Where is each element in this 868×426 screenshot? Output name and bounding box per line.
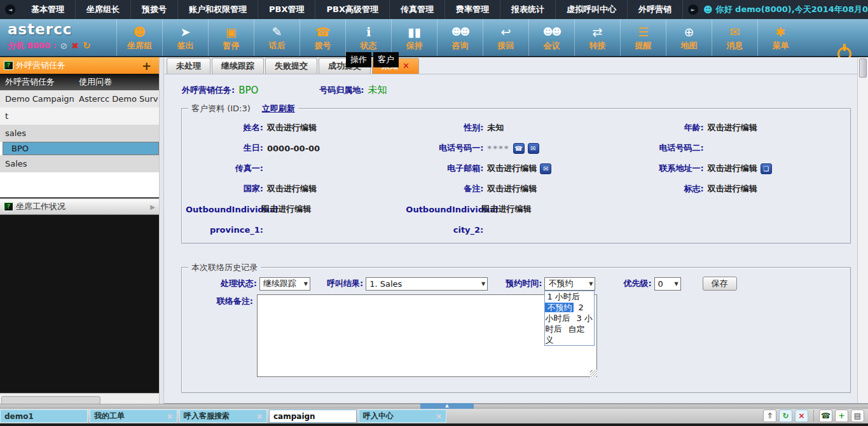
phone-tray-icon[interactable]: ☎	[819, 409, 832, 422]
menu-item-pbx-mgmt[interactable]: PBX管理	[258, 0, 315, 19]
campaign-row-demo-campaign[interactable]: Demo Campaign Astercc Demo Surv	[0, 90, 159, 107]
expand-right-icon[interactable]: ►	[688, 4, 698, 15]
toolbar-button-consult[interactable]: ☻☻ 咨询	[437, 19, 483, 56]
field-city2[interactable]: city_2:	[406, 225, 626, 235]
schedule-option-1h[interactable]: 1 小时后	[545, 292, 581, 301]
tab-follow-up[interactable]: 继续跟踪	[212, 58, 264, 74]
field-name[interactable]: 姓名: 双击进行编辑	[186, 122, 406, 134]
schedule-select[interactable]: 不预约 ▼ 1 小时后 不预约 2 小时后 3 小时后 自定义	[544, 277, 595, 291]
close-icon[interactable]: ×	[256, 412, 263, 421]
send-email-icon[interactable]: ✉	[540, 163, 551, 174]
collapse-left-icon[interactable]: ◄	[5, 4, 15, 15]
field-age[interactable]: 年龄: 双击进行编辑	[626, 122, 846, 134]
taskbar-tab-campaign-active[interactable]: campaign	[269, 409, 357, 423]
taskbar-tab-inbound-search[interactable]: 呼入客服搜索 ×	[179, 409, 267, 423]
field-outbound-individual-2[interactable]: OutboundIndividual 双击进行编辑	[406, 203, 626, 215]
add-tray-button[interactable]: +	[835, 409, 848, 422]
toolbar-button-status[interactable]: ℹ 状态	[345, 19, 391, 56]
field-province1[interactable]: province_1:	[186, 225, 406, 235]
close-all-button[interactable]: ×	[795, 409, 808, 422]
toolbar-button-after-call[interactable]: ✎ 话后	[254, 19, 300, 56]
field-address1[interactable]: 联系地址一: 双击进行编辑 ❏	[626, 163, 846, 174]
refresh-button[interactable]: ↻	[779, 409, 792, 422]
field-outbound-individual-1[interactable]: OutboundIndividual 双击进行编辑	[186, 203, 406, 215]
phone-sms-icon[interactable]: ✉	[528, 143, 539, 154]
menu-item-report-stats[interactable]: 报表统计	[500, 0, 556, 19]
menu-item-rate-mgmt[interactable]: 费率管理	[445, 0, 500, 19]
scrollbar-thumb[interactable]	[859, 58, 867, 78]
call-result-select[interactable]: 1. Sales ▼	[366, 277, 488, 291]
menu-item-fax-mgmt[interactable]: 传真管理	[390, 0, 445, 19]
hover-tooltip: 操作 客户	[346, 52, 399, 67]
toolbar-button-menu[interactable]: ✱ 菜单	[757, 19, 803, 56]
toolbar-button-transfer[interactable]: ⇄ 转接	[574, 19, 620, 56]
campaign-row-t[interactable]: t	[0, 107, 159, 125]
refresh-now-link[interactable]: 立即刷新	[262, 103, 295, 114]
field-flag[interactable]: 标志: 双击进行编辑	[626, 183, 846, 195]
schedule-option-none-selected[interactable]: 不预约	[545, 303, 574, 312]
toolbar-button-message[interactable]: ✉ 消息	[712, 19, 757, 56]
bottom-black-bar	[0, 423, 868, 426]
menu-item-agent-leader[interactable]: 坐席组长	[76, 0, 131, 19]
campaign-value: BPO	[238, 85, 258, 96]
menu-item-virtual-callcenter[interactable]: 虚拟呼叫中心	[556, 0, 628, 19]
field-phone1[interactable]: 电话号码一: **** ☎ ✉	[406, 142, 626, 154]
refresh-status-icon[interactable]: ↻	[83, 40, 91, 52]
menu-item-basic-mgmt[interactable]: 基本管理	[20, 0, 76, 19]
field-remark[interactable]: 备注: 双击进行编辑	[406, 183, 626, 195]
field-country[interactable]: 国家: 双击进行编辑	[186, 183, 406, 195]
main-vertical-scrollbar[interactable]	[857, 57, 868, 403]
campaign-table: 外呼营销任务 使用问卷 Demo Campaign Astercc Demo S…	[0, 74, 159, 198]
brand-logo: astercc	[8, 21, 90, 38]
menu-item-account-permission[interactable]: 账户和权限管理	[178, 0, 258, 19]
location-label: 号码归属地:	[319, 85, 364, 96]
record-tabbar: 未处理 继续跟踪 失败提交 成功提交 未知 ✕	[164, 57, 857, 74]
retrieve-arrow-icon: ↩	[501, 24, 511, 38]
toolbar-button-retrieve[interactable]: ↩ 接回	[483, 19, 528, 56]
campaign-row-sales2[interactable]: Sales	[0, 155, 159, 172]
priority-select[interactable]: 0 ▼	[654, 277, 681, 291]
toolbar-button-hold[interactable]: ▮▮ 保持	[391, 19, 437, 56]
phone-call-icon[interactable]: ☎	[513, 143, 525, 154]
campaign-panel-header[interactable]: ? 外呼营销任务 +	[0, 57, 159, 74]
textarea-resize-handle[interactable]	[590, 370, 597, 377]
taskbar-tab-demo1[interactable]: demo1	[0, 409, 88, 423]
status-select[interactable]: 继续跟踪 ▼	[259, 277, 310, 291]
toolbar-button-sign-out[interactable]: ➤ 签出	[162, 19, 208, 56]
tab-unprocessed[interactable]: 未处理	[167, 58, 210, 74]
agent-status-panel-header[interactable]: ? 坐席工作状况 ▶	[0, 198, 159, 215]
toolbar-button-reminder[interactable]: ☰ 提醒	[620, 19, 666, 56]
toolbar-button-map[interactable]: ⊕ 地图	[666, 19, 712, 56]
tab-failed-submit[interactable]: 失败提交	[265, 58, 317, 74]
field-birthday[interactable]: 生日: 0000-00-00	[186, 142, 406, 154]
campaign-row-bpo-selected[interactable]: BPO	[3, 142, 159, 155]
field-email[interactable]: 电子邮箱: 双击进行编辑 ✉	[406, 163, 626, 174]
toolbar-button-agent-group[interactable]: ☻ 坐席组	[116, 19, 162, 56]
close-icon[interactable]: ×	[167, 412, 173, 421]
tab-close-icon[interactable]: ✕	[403, 58, 410, 74]
field-fax1[interactable]: 传真一:	[186, 163, 406, 174]
copy-address-icon[interactable]: ❏	[761, 163, 772, 174]
field-gender[interactable]: 性别: 未知	[406, 122, 626, 134]
panel-expand-arrow-icon: ▶	[150, 203, 155, 210]
toolbar-button-conference[interactable]: ☻☻ 会议	[528, 19, 574, 56]
brand-block: astercc 分机 8000 : ⊘ ✖ ↻	[8, 21, 90, 52]
taskbar-tab-my-tickets[interactable]: 我的工单 ×	[90, 409, 177, 423]
menu-item-pbx-advanced[interactable]: PBX高级管理	[315, 0, 389, 19]
menu-item-outbound-marketing[interactable]: 外呼营销	[628, 0, 683, 19]
toolbar-button-dial[interactable]: ☎ 拨号	[300, 19, 345, 56]
save-button[interactable]: 保存	[703, 277, 737, 291]
taskbar-tab-inbound-center[interactable]: 呼入中心 ×	[359, 409, 446, 423]
close-icon[interactable]: ×	[436, 412, 442, 421]
collapse-up-button[interactable]: ⇑	[763, 409, 776, 422]
panel-splitter[interactable]	[159, 57, 164, 407]
chat-tray-icon[interactable]: ▤	[851, 409, 864, 422]
toolbar-button-pause[interactable]: ▣ 暂停	[208, 19, 254, 56]
campaign-row-sales[interactable]: sales	[0, 125, 159, 142]
menu-item-predial[interactable]: 预拨号	[131, 0, 178, 19]
collapse-panel-handle[interactable]: ▲	[420, 403, 474, 409]
add-campaign-button[interactable]: +	[138, 59, 155, 72]
field-phone2[interactable]: 电话号码二:	[626, 142, 846, 154]
hangup-icon[interactable]: ✖	[71, 41, 79, 51]
block-status-icon[interactable]: ⊘	[60, 41, 67, 51]
